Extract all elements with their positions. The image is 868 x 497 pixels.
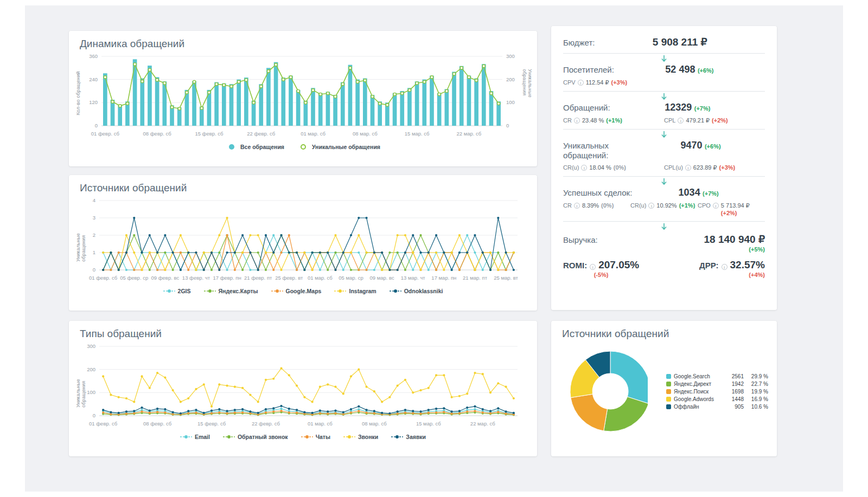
legend-item[interactable]: Яндекс.Карты: [204, 288, 258, 294]
deals-value: 1034: [679, 187, 700, 198]
types-chart-canvas[interactable]: 010020030001 февр. сб08 февр. сб15 февр.…: [80, 342, 526, 430]
donut-legend-item[interactable]: Оффлайн90510.6 %: [666, 403, 768, 410]
drr-delta: (+4%): [699, 272, 765, 278]
svg-text:0: 0: [95, 122, 98, 128]
info-icon[interactable]: [590, 264, 596, 270]
deals-cr-label: CR: [563, 202, 572, 209]
svg-text:22 мар. сб: 22 мар. сб: [470, 421, 495, 427]
info-icon[interactable]: [574, 118, 580, 124]
cpv-delta: (+3%): [611, 79, 628, 86]
budget-section: Бюджет: 5 908 211 ₽: [563, 36, 765, 48]
legend-item[interactable]: Звонки: [343, 434, 378, 440]
donut-legend-item[interactable]: Яндекс.Поиск169819.9 %: [666, 388, 768, 395]
legend-item[interactable]: Обратный звонок: [223, 434, 288, 440]
drr-label: ДРР:: [699, 261, 719, 270]
unique-leads-label: Уникальных обращений:: [563, 141, 636, 160]
donut-body: Google.Search256129.9 %Яндекс.Директ1942…: [551, 341, 777, 442]
donut-chart-canvas[interactable]: [560, 341, 648, 442]
svg-text:1: 1: [93, 249, 95, 255]
legend-item[interactable]: Instagram: [334, 288, 376, 294]
leads-value: 12329: [665, 102, 692, 113]
donut-legend-label: Google.Search: [674, 373, 724, 379]
dynamics-legend: Все обращенияУникальные обращения: [69, 144, 537, 150]
svg-text:01 февр. сб: 01 февр. сб: [91, 131, 120, 137]
svg-text:17 мар. пн: 17 мар. пн: [431, 275, 456, 281]
svg-text:300: 300: [87, 343, 95, 349]
dynamics-chart-canvas[interactable]: 0120240360010020030001 февр. сб08 февр. …: [80, 52, 526, 140]
svg-text:15 мар. сб: 15 мар. сб: [405, 131, 430, 137]
svg-text:200: 200: [506, 76, 515, 82]
legend-item[interactable]: Уникальные обращения: [297, 144, 380, 150]
sources-card: Источники обращений Уникальные обращения…: [69, 175, 537, 311]
svg-text:3: 3: [93, 215, 95, 221]
legend-label: Яндекс.Карты: [219, 288, 258, 294]
donut-legend-label: Оффлайн: [674, 404, 724, 410]
donut-card: Источники обращений Google.Search256129.…: [551, 321, 777, 456]
donut-legend: Google.Search256129.9 %Яндекс.Директ1942…: [666, 372, 768, 410]
sources-chart-canvas[interactable]: 0123401 февр. сб05 февр. ср09 февр. вс13…: [80, 196, 526, 284]
svg-text:2: 2: [93, 232, 95, 238]
info-icon[interactable]: [713, 203, 719, 209]
legend-item[interactable]: Заявки: [391, 434, 426, 440]
info-icon[interactable]: [581, 165, 587, 171]
visitors-label: Посетителей:: [563, 65, 614, 74]
svg-text:0: 0: [93, 412, 95, 418]
legend-label: Odnoklassniki: [404, 288, 443, 294]
funnel-arrow-icon: [660, 131, 668, 139]
unique-leads-section: Уникальных обращений: 9470 (+6%) CR(u) 1…: [563, 140, 765, 171]
cru-label: CR(u): [563, 164, 579, 171]
svg-text:15 февр. сб: 15 февр. сб: [197, 421, 226, 427]
info-icon[interactable]: [574, 203, 580, 209]
info-icon[interactable]: [648, 203, 654, 209]
svg-text:300: 300: [506, 53, 515, 59]
donut-legend-label: Яндекс.Директ: [674, 381, 724, 387]
info-icon[interactable]: [685, 165, 691, 171]
legend-item[interactable]: Все обращения: [226, 144, 284, 150]
leads-section: Обращений: 12329 (+7%) CR 23.48 % (+1%) …: [563, 102, 765, 124]
legend-item[interactable]: Odnoklassniki: [390, 288, 443, 294]
donut-legend-item[interactable]: Яндекс.Директ194222.7 %: [666, 380, 768, 388]
info-icon[interactable]: [722, 264, 727, 270]
cpv-label: CPV: [563, 79, 576, 86]
deals-label: Успешных сделок:: [563, 188, 632, 197]
legend-label: Обратный звонок: [238, 434, 288, 440]
info-icon[interactable]: [678, 118, 684, 124]
donut-legend-value: 1698: [726, 389, 744, 395]
legend-marker-icon: [343, 434, 355, 440]
legend-marker-icon: [301, 434, 313, 440]
svg-text:08 мар. сб: 08 мар. сб: [353, 131, 378, 137]
legend-item[interactable]: Google.Maps: [271, 288, 322, 294]
svg-text:200: 200: [87, 366, 95, 372]
legend-marker-icon: [163, 288, 175, 294]
drr-value: 32.57%: [730, 259, 765, 271]
cr-metric: CR 23.48 % (+1%): [563, 117, 664, 124]
legend-swatch-icon: [666, 404, 671, 409]
leads-delta: (+7%): [694, 105, 711, 112]
donut-legend-value: 2561: [726, 373, 744, 379]
legend-item[interactable]: Email: [180, 434, 210, 440]
donut-legend-value: 1448: [726, 396, 744, 402]
legend-marker-icon: [391, 434, 403, 440]
legend-item[interactable]: Чаты: [301, 434, 330, 440]
legend-marker-icon: [226, 144, 238, 150]
revenue-value: 18 140 940 ₽: [704, 233, 765, 246]
legend-swatch-icon: [666, 382, 671, 386]
donut-legend-value: 1942: [726, 381, 744, 387]
svg-text:100: 100: [506, 99, 515, 105]
svg-text:15 мар. сб: 15 мар. сб: [416, 421, 441, 427]
types-card: Типы обращений Уникальные обращения 0100…: [69, 321, 537, 456]
donut-legend-item[interactable]: Google.Adwords144816.9 %: [666, 395, 768, 403]
funnel-divider: [563, 129, 765, 140]
types-ylabel: Уникальные обращения: [75, 359, 86, 408]
svg-text:22 февр. сб: 22 февр. сб: [247, 131, 276, 137]
info-icon[interactable]: [578, 80, 584, 86]
budget-value: 5 908 211 ₽: [653, 36, 707, 48]
svg-text:240: 240: [89, 76, 98, 82]
legend-label: Уникальные обращения: [312, 144, 380, 150]
cpl-value: 479.21 ₽: [686, 117, 710, 124]
sources-title: Источники обращений: [69, 175, 537, 195]
cru-metric: CR(u) 18.04 % (0%): [563, 164, 664, 171]
legend-marker-icon: [223, 434, 235, 440]
donut-legend-item[interactable]: Google.Search256129.9 %: [666, 372, 768, 380]
legend-item[interactable]: 2GIS: [163, 288, 191, 294]
